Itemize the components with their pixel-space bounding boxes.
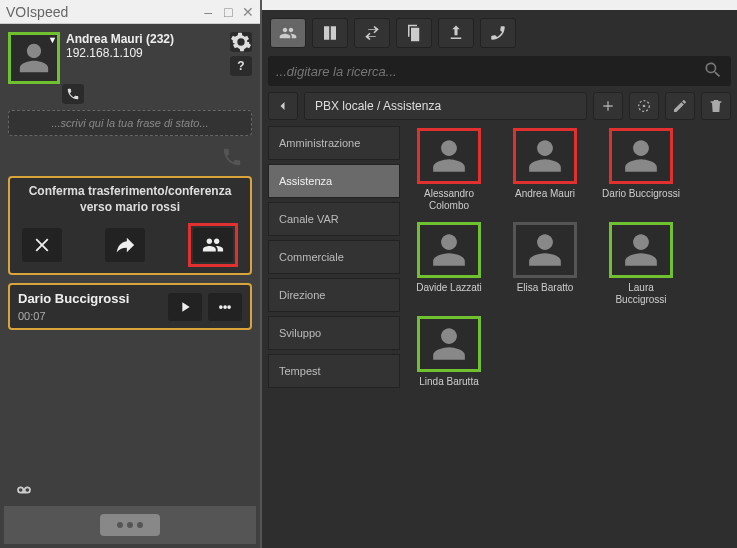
contacts-grid: Alessandro ColomboAndrea MauriDario Bucc… [408, 126, 731, 542]
breadcrumb[interactable]: PBX locale / Assistenza [304, 92, 587, 120]
contact-name: Elisa Baratto [517, 282, 574, 306]
back-button[interactable] [268, 92, 298, 120]
window-titlebar: VOIspeed – □ ✕ [0, 0, 260, 24]
contact-avatar [513, 222, 577, 278]
add-button[interactable] [593, 92, 623, 120]
breadcrumb-row: PBX locale / Assistenza [268, 92, 731, 120]
tab-chat[interactable] [396, 18, 432, 48]
group-item[interactable]: Amministrazione [268, 126, 400, 160]
contact-avatar [417, 222, 481, 278]
contact-name: Alessandro Colombo [410, 188, 488, 212]
contact-avatar [417, 316, 481, 372]
contact-card[interactable]: Dario Buccigrossi [602, 128, 680, 212]
contact-name: Laura Buccigrossi [602, 282, 680, 306]
group-item[interactable]: Tempest [268, 354, 400, 388]
forward-transfer-button[interactable] [105, 228, 145, 262]
target-button[interactable] [629, 92, 659, 120]
contact-avatar [417, 128, 481, 184]
resume-call-button[interactable] [168, 293, 202, 321]
contact-card[interactable]: Andrea Mauri [506, 128, 584, 212]
bottom-bar [4, 506, 256, 544]
group-item[interactable]: Direzione [268, 278, 400, 312]
user-name: Andrea Mauri (232) [66, 32, 224, 46]
contact-name: Davide Lazzati [416, 282, 482, 306]
contact-avatar [609, 128, 673, 184]
contact-card[interactable]: Davide Lazzati [410, 222, 488, 306]
call-timer: 00:07 [18, 310, 129, 322]
search-input[interactable] [276, 64, 703, 79]
search-icon[interactable] [703, 60, 723, 83]
contact-name: Linda Barutta [419, 376, 479, 400]
transfer-line2: verso mario rossi [16, 200, 244, 216]
group-item[interactable]: Assistenza [268, 164, 400, 198]
settings-button[interactable] [230, 32, 252, 52]
transfer-line1: Conferma trasferimento/conferenza [16, 184, 244, 200]
tab-export[interactable] [438, 18, 474, 48]
group-item[interactable]: Sviluppo [268, 316, 400, 350]
contact-avatar [513, 128, 577, 184]
user-avatar[interactable]: ▼ [8, 32, 60, 84]
minimize-button[interactable]: – [202, 4, 214, 20]
contact-name: Andrea Mauri [515, 188, 575, 212]
app-title: VOIspeed [6, 4, 68, 20]
group-list: AmministrazioneAssistenzaCanale VARComme… [268, 126, 400, 542]
status-dropdown-icon[interactable]: ▼ [48, 35, 57, 45]
user-ip: 192.168.1.109 [66, 46, 224, 60]
conference-highlight [188, 223, 238, 267]
tab-transfers[interactable] [354, 18, 390, 48]
contact-name: Dario Buccigrossi [602, 188, 680, 212]
delete-button[interactable] [701, 92, 731, 120]
cancel-transfer-button[interactable] [22, 228, 62, 262]
toolbar [268, 16, 731, 50]
transfer-confirm-box: Conferma trasferimento/conferenza verso … [8, 176, 252, 275]
expand-button[interactable] [100, 514, 160, 536]
voicemail-icon[interactable] [12, 482, 36, 501]
contact-card[interactable]: Elisa Baratto [506, 222, 584, 306]
contact-card[interactable]: Laura Buccigrossi [602, 222, 680, 306]
tab-phonebook[interactable] [312, 18, 348, 48]
caller-name: Dario Buccigrossi [18, 291, 129, 306]
group-item[interactable]: Canale VAR [268, 202, 400, 236]
active-call-box: Dario Buccigrossi 00:07 ••• [8, 283, 252, 330]
search-row [268, 56, 731, 86]
hangup-icon[interactable] [218, 146, 246, 170]
help-button[interactable]: ? [230, 56, 252, 76]
call-more-button[interactable]: ••• [208, 293, 242, 321]
edit-button[interactable] [665, 92, 695, 120]
contact-avatar [609, 222, 673, 278]
contact-card[interactable]: Linda Barutta [410, 316, 488, 400]
tab-redial[interactable] [480, 18, 516, 48]
status-message-input[interactable]: ...scrivi qui la tua frase di stato... [8, 110, 252, 136]
current-user-card: ▼ Andrea Mauri (232) 192.168.1.109 ? [4, 28, 256, 88]
conference-button[interactable] [193, 228, 233, 262]
tab-contacts[interactable] [270, 18, 306, 48]
contact-card[interactable]: Alessandro Colombo [410, 128, 488, 212]
group-item[interactable]: Commerciale [268, 240, 400, 274]
